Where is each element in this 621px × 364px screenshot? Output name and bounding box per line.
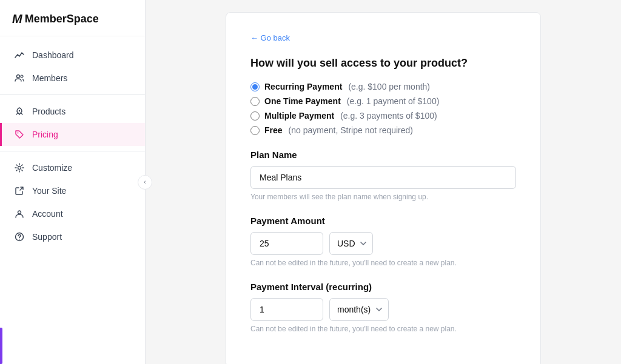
svg-point-1 <box>21 75 23 78</box>
main-content: ← Go back How will you sell access to yo… <box>146 0 621 364</box>
plan-name-section: Plan Name Your members will see the plan… <box>250 150 516 201</box>
sidebar-item-dashboard-label: Dashboard <box>32 50 74 60</box>
sidebar-item-pricing[interactable]: Pricing <box>0 123 145 146</box>
option-free-label-text: (no payment, Stripe not required) <box>289 125 413 135</box>
chart-icon <box>14 50 25 61</box>
payment-amount-hint: Can not be edited in the future, you'll … <box>250 259 516 267</box>
option-multiple-label-bold: Multiple Payment <box>264 111 334 121</box>
option-recurring-label-bold: Recurring Payment <box>264 82 342 91</box>
content-card: ← Go back How will you sell access to yo… <box>226 12 541 364</box>
sidebar: M MemberSpace Dashboard Members <box>0 0 146 364</box>
option-one-time[interactable]: One Time Payment (e.g. 1 payment of $100… <box>250 96 516 106</box>
payment-interval-input[interactable] <box>250 298 323 321</box>
sidebar-collapse-button[interactable]: ‹ <box>138 175 152 190</box>
payment-amount-section: Payment Amount USD EUR GBP Can not be ed… <box>250 216 516 267</box>
currency-select[interactable]: USD EUR GBP <box>329 232 373 255</box>
svg-point-0 <box>17 75 20 78</box>
sidebar-item-customize-label: Customize <box>32 163 72 173</box>
app-logo: M MemberSpace <box>0 0 145 36</box>
plan-name-input[interactable] <box>250 166 516 189</box>
option-multiple-label-text: (e.g. 3 payments of $100) <box>340 111 437 121</box>
radio-free[interactable] <box>250 126 260 135</box>
help-icon <box>14 231 25 242</box>
svg-point-5 <box>18 211 21 214</box>
option-recurring-label-text: (e.g. $100 per month) <box>348 82 430 91</box>
person-icon <box>14 208 25 219</box>
rocket-icon <box>14 106 25 117</box>
sidebar-item-dashboard[interactable]: Dashboard <box>0 44 145 67</box>
svg-point-2 <box>19 110 20 111</box>
external-link-icon <box>14 185 25 196</box>
sidebar-nav: Dashboard Members <box>0 36 145 364</box>
payment-type-options: Recurring Payment (e.g. $100 per month) … <box>250 82 516 135</box>
logo-icon: M <box>12 12 22 26</box>
svg-point-4 <box>18 167 21 170</box>
interval-unit-select[interactable]: month(s) year(s) week(s) <box>329 298 389 321</box>
radio-multiple[interactable] <box>250 111 260 121</box>
sidebar-item-members-label: Members <box>32 73 67 83</box>
chevron-left-icon: ‹ <box>144 179 146 185</box>
sidebar-item-members[interactable]: Members <box>0 67 145 90</box>
plan-name-hint: Your members will see the plan name when… <box>250 193 516 201</box>
sidebar-item-products-label: Products <box>32 107 65 116</box>
sidebar-item-your-site-label: Your Site <box>32 186 66 196</box>
option-one-time-label-bold: One Time Payment <box>264 96 341 106</box>
option-multiple[interactable]: Multiple Payment (e.g. 3 payments of $10… <box>250 111 516 121</box>
radio-one-time[interactable] <box>250 97 260 106</box>
option-free[interactable]: Free (no payment, Stripe not required) <box>250 125 516 135</box>
payment-amount-input[interactable] <box>250 232 323 255</box>
payment-amount-label: Payment Amount <box>250 216 516 226</box>
plan-name-label: Plan Name <box>250 150 516 160</box>
sidebar-item-support-label: Support <box>32 232 62 242</box>
payment-interval-section: Payment Interval (recurring) month(s) ye… <box>250 282 516 333</box>
option-recurring[interactable]: Recurring Payment (e.g. $100 per month) <box>250 82 516 91</box>
option-free-label-bold: Free <box>264 125 283 135</box>
payment-interval-label: Payment Interval (recurring) <box>250 282 516 292</box>
radio-recurring[interactable] <box>250 82 260 91</box>
gear-icon <box>14 162 25 173</box>
app-name: MemberSpace <box>25 13 99 25</box>
payment-amount-row: USD EUR GBP <box>250 232 516 255</box>
option-one-time-label-text: (e.g. 1 payment of $100) <box>347 96 440 106</box>
payment-interval-hint: Can not be edited in the future, you'll … <box>250 325 516 333</box>
page-question: How will you sell access to your product… <box>250 57 516 70</box>
members-icon <box>14 73 25 84</box>
payment-interval-row: month(s) year(s) week(s) <box>250 298 516 321</box>
sidebar-accent-bar <box>0 328 2 364</box>
sidebar-item-support[interactable]: Support <box>0 225 145 248</box>
sidebar-divider-2 <box>0 151 145 151</box>
tag-icon <box>14 129 25 140</box>
svg-point-7 <box>19 239 19 239</box>
svg-point-3 <box>18 133 19 134</box>
sidebar-item-your-site[interactable]: Your Site <box>0 179 145 202</box>
sidebar-divider-1 <box>0 94 145 95</box>
sidebar-item-account[interactable]: Account <box>0 202 145 225</box>
sidebar-item-pricing-label: Pricing <box>32 130 58 139</box>
go-back-link[interactable]: ← Go back <box>250 33 290 42</box>
sidebar-item-customize[interactable]: Customize <box>0 156 145 179</box>
sidebar-item-products[interactable]: Products <box>0 100 145 123</box>
sidebar-item-account-label: Account <box>32 209 63 219</box>
